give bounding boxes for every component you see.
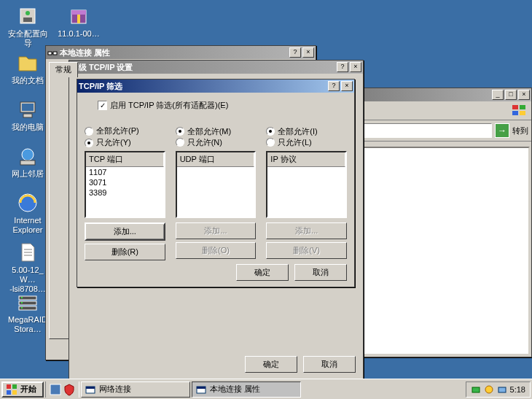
close-button[interactable]: × <box>350 62 361 72</box>
remove-button: 删除(O) <box>176 242 257 259</box>
desktop-icon-internet-explorer[interactable]: InternetExplorer <box>4 191 51 235</box>
help-button[interactable]: ? <box>289 47 301 58</box>
list-item[interactable]: 3389 <box>86 187 164 198</box>
svg-rect-30 <box>12 384 17 389</box>
enable-filter-label: 启用 TCP/IP 筛选(所有适配器)(E) <box>110 100 228 111</box>
radio-icon <box>85 139 93 147</box>
add-button[interactable]: 添加... <box>85 222 165 241</box>
allow-all-radio[interactable]: 全部允许(P) <box>85 125 139 136</box>
remove-button: 删除(V) <box>266 242 347 259</box>
tray-icon[interactable] <box>497 384 507 395</box>
allow-all-radio[interactable]: 全部允许(I) <box>266 126 317 137</box>
only-allow-radio[interactable]: 只允许(Y) <box>85 137 131 148</box>
svg-rect-27 <box>53 52 57 55</box>
help-button[interactable]: ? <box>328 81 340 91</box>
cancel-button[interactable]: 取消 <box>294 264 347 281</box>
maximize-button[interactable]: □ <box>505 90 517 100</box>
svg-rect-32 <box>12 390 17 395</box>
close-button[interactable]: × <box>302 47 314 58</box>
svg-rect-10 <box>20 160 35 165</box>
tcpip-filter-title: TCP/IP 筛选 <box>79 81 326 92</box>
taskbar-button-lan-properties[interactable]: 本地连接 属性 <box>192 381 301 398</box>
add-button: 添加... <box>266 222 347 239</box>
port-listbox[interactable]: IP 协议 <box>266 151 347 218</box>
svg-point-19 <box>21 302 23 303</box>
svg-rect-26 <box>48 52 52 55</box>
explorer-titlebar[interactable]: _ □ × <box>358 88 531 101</box>
filter-column-tcp: 全部允许(P)只允许(Y)TCP 端口110730713389添加...删除(R… <box>85 125 165 260</box>
svg-rect-31 <box>7 390 11 395</box>
show-desktop-icon[interactable] <box>49 383 62 396</box>
svg-point-39 <box>485 386 493 393</box>
port-listbox[interactable]: TCP 端口110730713389 <box>85 151 165 218</box>
svg-rect-24 <box>512 111 518 115</box>
radio-icon <box>266 127 275 136</box>
taskbar-button-network-connections[interactable]: 网络连接 <box>81 381 190 398</box>
tray-icon[interactable] <box>484 384 494 395</box>
desktop-icon-text-file[interactable]: 5.00-12_W…-lsi8708… <box>4 241 51 294</box>
network-icon <box>47 47 58 58</box>
svg-rect-35 <box>86 387 95 389</box>
advanced-tcpip-titlebar[interactable]: 高级 TCP/IP 设置 ? × <box>69 61 363 74</box>
lan-properties-title: 本地连接 属性 <box>60 47 288 58</box>
explorer-content[interactable] <box>359 147 530 355</box>
svg-point-9 <box>22 149 34 160</box>
system-tray[interactable]: 5:18 <box>466 381 531 398</box>
close-button[interactable]: × <box>518 90 530 100</box>
tab-general[interactable]: 常规 <box>49 62 78 77</box>
window-icon <box>195 384 207 395</box>
cancel-button[interactable]: 取消 <box>303 356 356 373</box>
only-allow-radio[interactable]: 只允许(L) <box>266 137 311 148</box>
ok-button[interactable]: 确定 <box>245 356 297 373</box>
radio-icon <box>176 138 184 147</box>
desktop-icon-label: 我的文档 <box>4 76 51 85</box>
help-button[interactable]: ? <box>337 62 348 72</box>
svg-rect-38 <box>472 387 480 392</box>
list-item[interactable]: 1107 <box>86 167 164 177</box>
svg-rect-40 <box>498 387 506 392</box>
goto-label: 转到 <box>512 125 528 136</box>
svg-rect-37 <box>197 387 206 389</box>
desktop-icon-my-documents[interactable]: 我的文档 <box>4 51 51 85</box>
tcpip-filter-titlebar[interactable]: TCP/IP 筛选 ? × <box>77 80 354 93</box>
svg-rect-22 <box>512 105 518 109</box>
quick-launch <box>45 381 79 398</box>
list-header: TCP 端口 <box>86 152 164 167</box>
desktop-icon-label: MegaRAIDStora… <box>4 315 51 334</box>
ok-button[interactable]: 确定 <box>236 264 289 281</box>
radio-icon <box>266 138 275 147</box>
start-button[interactable]: 开始 <box>1 381 44 398</box>
port-listbox[interactable]: UDP 端口 <box>176 151 257 218</box>
lan-properties-titlebar[interactable]: 本地连接 属性 ? × <box>46 46 316 59</box>
add-button: 添加... <box>176 222 257 239</box>
desktop-icon-label: 我的电脑 <box>4 123 51 132</box>
address-input[interactable] <box>361 123 492 138</box>
security-icon[interactable] <box>63 383 76 396</box>
svg-point-18 <box>21 297 23 298</box>
explorer-window: _ □ × → 转到 <box>357 88 532 357</box>
allow-all-radio[interactable]: 全部允许(M) <box>176 126 232 137</box>
desktop-icon-megaraid[interactable]: MegaRAIDStora… <box>4 290 51 334</box>
desktop-icon-security-wizard[interactable]: 安全配置向导 <box>4 4 51 48</box>
tcpip-filter-dialog: TCP/IP 筛选 ? × ✓ 启用 TCP/IP 筛选(所有适配器)(E) 全… <box>77 79 355 287</box>
only-allow-radio[interactable]: 只允许(N) <box>176 137 222 148</box>
tray-icon[interactable] <box>471 384 481 395</box>
go-button[interactable]: → <box>495 123 509 138</box>
enable-filter-checkbox[interactable]: ✓ 启用 TCP/IP 筛选(所有适配器)(E) <box>98 100 228 111</box>
list-item[interactable]: 3071 <box>86 177 164 187</box>
svg-rect-29 <box>7 384 11 389</box>
minimize-button[interactable]: _ <box>492 90 504 100</box>
clock: 5:18 <box>510 385 525 394</box>
svg-point-20 <box>21 307 23 309</box>
radio-icon <box>85 127 93 136</box>
desktop-icon-network-places[interactable]: 网上邻居 <box>4 144 51 179</box>
desktop-icon-my-computer[interactable]: 我的电脑 <box>4 98 51 132</box>
radio-icon <box>176 127 184 136</box>
desktop-icon-winrar[interactable]: 11.0.1-00… <box>55 4 102 39</box>
taskbar: 开始 网络连接本地连接 属性 5:18 <box>0 379 532 399</box>
start-label: 开始 <box>20 384 36 395</box>
svg-point-11 <box>19 194 36 212</box>
remove-button[interactable]: 删除(R) <box>85 244 165 260</box>
windows-flag-icon <box>6 384 17 395</box>
close-button[interactable]: × <box>341 81 353 91</box>
